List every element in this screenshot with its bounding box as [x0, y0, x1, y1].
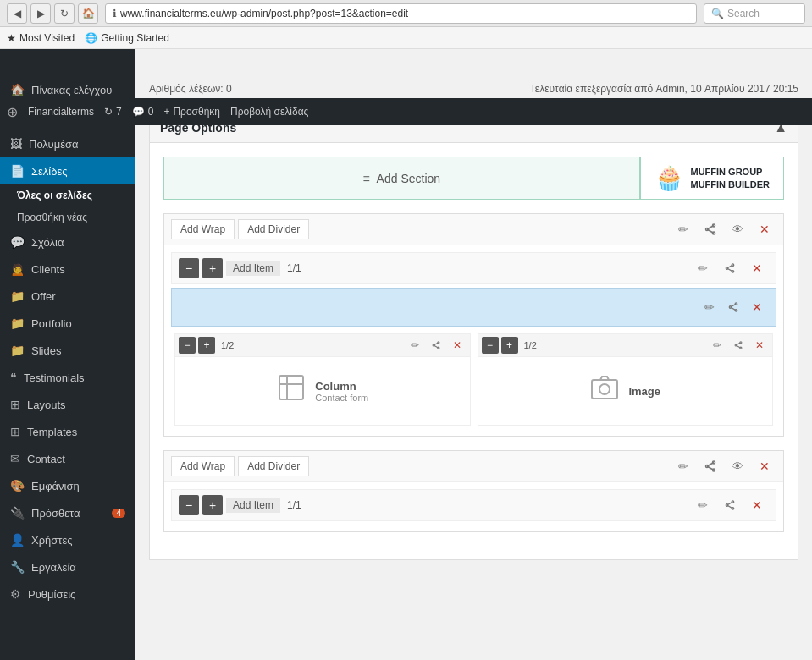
sidebar-item-testimonials[interactable]: ❝ Testimonials	[0, 364, 135, 391]
row-2-plus-button[interactable]: +	[202, 495, 223, 515]
add-divider-button-1[interactable]: Add Divider	[238, 219, 309, 239]
muffin-text: MUFFIN GROUP MUFFIN BUILDER	[691, 166, 771, 190]
col-1-plus-button[interactable]: +	[198, 337, 215, 354]
sidebar-label-clients: Clients	[31, 263, 65, 276]
edit-blue-row-button[interactable]: ✏	[698, 295, 721, 319]
sidebar-item-offer[interactable]: 📁 Offer	[0, 283, 135, 310]
eye-section-1-button[interactable]: 👁	[726, 217, 749, 241]
sidebar-item-add-new[interactable]: Προσθήκη νέας	[0, 206, 135, 228]
edit-section-1-button[interactable]: ✏	[671, 217, 695, 241]
sidebar-item-contact[interactable]: ✉ Contact	[0, 445, 135, 472]
sidebar-label-plugins: Πρόσθετα	[31, 507, 80, 520]
row-2-add-item[interactable]: Add Item	[226, 498, 280, 513]
bookmark-getting-started[interactable]: 🌐 Getting Started	[85, 32, 169, 44]
muffin-icon: 🧁	[655, 164, 684, 192]
share-blue-row-button[interactable]	[721, 295, 745, 319]
portfolio-icon: 📁	[10, 316, 25, 330]
row-1-container: − + Add Item 1/1 ✏	[164, 245, 783, 436]
sidebar-label-add-new: Προσθήκη νέας	[17, 212, 87, 223]
share-row-2-button[interactable]	[718, 493, 742, 517]
svg-line-34	[707, 466, 714, 470]
forward-button[interactable]: ▶	[30, 3, 51, 24]
comments-item[interactable]: 💬 0	[132, 106, 154, 118]
add-wrap-button-2[interactable]: Add Wrap	[171, 456, 235, 476]
edit-col-2-button[interactable]: ✏	[708, 336, 726, 355]
col-2-minus-button[interactable]: −	[482, 337, 499, 354]
col-2-size: 1/2	[521, 340, 540, 350]
sidebar-item-media[interactable]: 🖼 Πολυμέσα	[0, 130, 135, 157]
sidebar-item-pages[interactable]: 📄 Σελίδες	[0, 157, 135, 184]
edit-col-1-button[interactable]: ✏	[406, 336, 424, 355]
sidebar-item-slides[interactable]: 📁 Slides	[0, 337, 135, 364]
edit-section-2-button[interactable]: ✏	[671, 454, 695, 478]
section-1: Add Wrap Add Divider ✏ 👁 ✕	[163, 213, 784, 437]
svg-rect-20	[279, 376, 303, 399]
svg-line-9	[727, 268, 733, 272]
testimonials-icon: ❝	[10, 371, 17, 384]
site-name[interactable]: Financialterms	[28, 106, 94, 118]
col-1-block: − + 1/2 ✏	[174, 333, 471, 426]
sidebar-item-clients[interactable]: 🙍 Clients	[0, 256, 135, 283]
close-section-1-button[interactable]: ✕	[753, 217, 776, 241]
view-page-label: Προβολή σελίδας	[230, 106, 308, 118]
settings-icon: ⚙	[10, 587, 21, 601]
sidebar-label-testimonials: Testimonials	[24, 371, 85, 384]
add-divider-button-2[interactable]: Add Divider	[238, 456, 309, 476]
sidebar-item-settings[interactable]: ⚙ Ρυθμίσεις	[0, 580, 135, 608]
refresh-button[interactable]: ↻	[54, 3, 75, 24]
sidebar-item-users[interactable]: 👤 Χρήστες	[0, 526, 135, 553]
share-row-1-button[interactable]	[718, 256, 742, 280]
browser-search[interactable]: 🔍 Search	[704, 3, 805, 24]
home-button[interactable]: 🏠	[78, 3, 98, 24]
share-section-2-button[interactable]	[699, 454, 722, 478]
word-count: Αριθμός λέξεων: 0	[149, 83, 232, 95]
cols-row: − + 1/2 ✏	[171, 330, 776, 429]
svg-line-19	[434, 345, 439, 348]
sidebar-item-plugins[interactable]: 🔌 Πρόσθετα 4	[0, 499, 135, 526]
share-section-1-button[interactable]	[699, 217, 722, 241]
panel-body: ≡ Add Section 🧁 MUFFIN GROUP MUFFIN BUIL…	[150, 143, 798, 559]
col-1-size: 1/2	[218, 340, 237, 350]
section-1-toolbar: Add Wrap Add Divider ✏ 👁 ✕	[164, 214, 783, 245]
close-col-2-button[interactable]: ✕	[750, 336, 769, 355]
edit-row-2-button[interactable]: ✏	[691, 493, 715, 517]
bookmark-most-visited[interactable]: ★ Most Visited	[7, 32, 75, 44]
back-button[interactable]: ◀	[7, 3, 27, 24]
url-bar[interactable]: ℹ www.financialterms.eu/wp-admin/post.ph…	[105, 3, 697, 24]
sidebar-item-layouts[interactable]: ⊞ Layouts	[0, 391, 135, 418]
sidebar-item-templates[interactable]: ⊞ Templates	[0, 418, 135, 445]
close-blue-row-button[interactable]: ✕	[745, 295, 769, 319]
updates-item[interactable]: ↻ 7	[104, 106, 122, 118]
add-new-item[interactable]: + Προσθήκη	[163, 106, 220, 118]
eye-section-2-button[interactable]: 👁	[726, 454, 749, 478]
row-1-add-item[interactable]: Add Item	[226, 261, 280, 276]
row-1-minus-button[interactable]: −	[179, 258, 199, 278]
sidebar-item-tools[interactable]: 🔧 Εργαλεία	[0, 553, 135, 580]
sidebar-label-media: Πολυμέσα	[29, 138, 79, 151]
close-row-1-button[interactable]: ✕	[745, 256, 769, 280]
svg-line-8	[727, 265, 733, 268]
appearance-icon: 🎨	[10, 479, 25, 492]
close-row-2-button[interactable]: ✕	[745, 493, 769, 517]
clients-icon: 🙍	[10, 262, 25, 276]
edit-row-1-button[interactable]: ✏	[691, 256, 715, 280]
close-section-2-button[interactable]: ✕	[753, 454, 776, 478]
sidebar-item-comments[interactable]: 💬 Σχόλια	[0, 228, 135, 256]
add-wrap-button-1[interactable]: Add Wrap	[171, 219, 235, 239]
col-2-toolbar: − + 1/2 ✏	[478, 334, 773, 357]
share-col-1-button[interactable]	[427, 336, 445, 355]
add-section-button[interactable]: ≡ Add Section	[163, 157, 640, 200]
row-1-plus-button[interactable]: +	[202, 258, 223, 278]
last-modified: Τελευταία επεξεργασία από Admin, 10 Απρι…	[530, 83, 798, 95]
row-2-minus-button[interactable]: −	[179, 495, 199, 515]
sidebar-item-all-pages[interactable]: Όλες οι σελίδες	[0, 184, 135, 206]
sidebar-item-portfolio[interactable]: 📁 Portfolio	[0, 310, 135, 337]
view-page-item[interactable]: Προβολή σελίδας	[230, 106, 308, 118]
sidebar-item-appearance[interactable]: 🎨 Εμφάνιση	[0, 472, 135, 499]
col-2-plus-button[interactable]: +	[501, 337, 518, 354]
col-2-body: Image	[478, 357, 773, 425]
svg-line-18	[434, 343, 439, 345]
col-1-minus-button[interactable]: −	[179, 337, 196, 354]
share-col-2-button[interactable]	[729, 336, 748, 355]
close-col-1-button[interactable]: ✕	[448, 336, 467, 355]
